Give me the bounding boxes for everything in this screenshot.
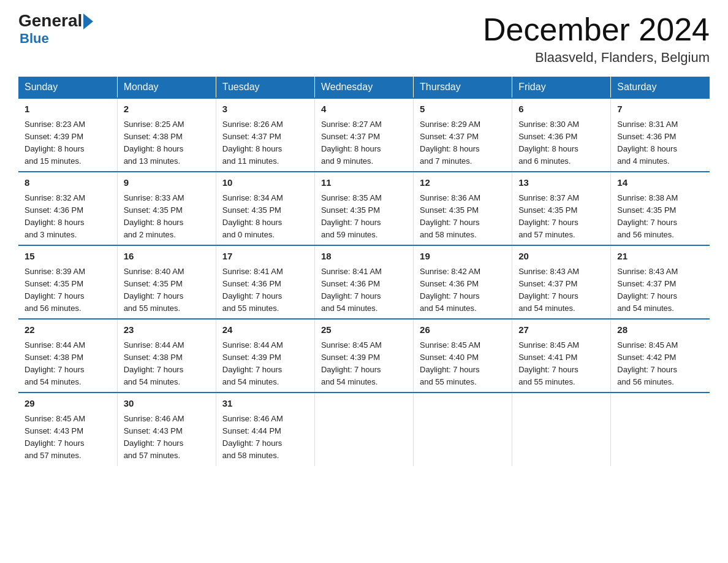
day-info: Sunrise: 8:45 AM Sunset: 4:42 PM Dayligh… [617, 339, 703, 389]
day-number: 16 [124, 250, 210, 264]
day-info: Sunrise: 8:45 AM Sunset: 4:43 PM Dayligh… [25, 413, 111, 462]
day-number: 20 [518, 250, 604, 264]
calendar-week-row: 22Sunrise: 8:44 AM Sunset: 4:38 PM Dayli… [18, 319, 710, 393]
calendar-week-row: 15Sunrise: 8:39 AM Sunset: 4:35 PM Dayli… [18, 245, 710, 319]
calendar-cell [414, 393, 512, 465]
calendar-cell: 14Sunrise: 8:38 AM Sunset: 4:35 PM Dayli… [611, 172, 710, 245]
calendar-cell: 20Sunrise: 8:43 AM Sunset: 4:37 PM Dayli… [512, 245, 611, 319]
calendar-cell: 8Sunrise: 8:32 AM Sunset: 4:36 PM Daylig… [18, 172, 117, 245]
calendar-header: SundayMondayTuesdayWednesdayThursdayFrid… [18, 77, 710, 98]
day-info: Sunrise: 8:27 AM Sunset: 4:37 PM Dayligh… [321, 118, 407, 168]
calendar-cell [611, 393, 710, 465]
calendar-cell: 30Sunrise: 8:46 AM Sunset: 4:43 PM Dayli… [117, 393, 216, 465]
day-number: 19 [420, 250, 506, 264]
day-info: Sunrise: 8:36 AM Sunset: 4:35 PM Dayligh… [420, 192, 506, 242]
day-number: 18 [321, 250, 407, 264]
day-number: 6 [518, 102, 604, 117]
calendar-week-row: 1Sunrise: 8:23 AM Sunset: 4:39 PM Daylig… [18, 98, 710, 172]
day-info: Sunrise: 8:45 AM Sunset: 4:40 PM Dayligh… [420, 339, 506, 389]
day-number: 13 [518, 176, 604, 190]
day-number: 31 [222, 397, 308, 411]
title-block: December 2024 Blaasveld, Flanders, Belgi… [483, 12, 710, 66]
day-info: Sunrise: 8:44 AM Sunset: 4:39 PM Dayligh… [222, 339, 308, 389]
calendar-cell: 16Sunrise: 8:40 AM Sunset: 4:35 PM Dayli… [117, 245, 216, 319]
day-number: 14 [617, 176, 703, 190]
calendar-cell: 1Sunrise: 8:23 AM Sunset: 4:39 PM Daylig… [18, 98, 117, 172]
day-number: 10 [222, 176, 308, 190]
calendar-cell: 31Sunrise: 8:46 AM Sunset: 4:44 PM Dayli… [216, 393, 314, 465]
weekday-header-wednesday: Wednesday [314, 77, 413, 98]
day-info: Sunrise: 8:43 AM Sunset: 4:37 PM Dayligh… [617, 266, 703, 315]
day-number: 3 [222, 102, 308, 117]
calendar-cell: 2Sunrise: 8:25 AM Sunset: 4:38 PM Daylig… [117, 98, 216, 172]
calendar-cell: 9Sunrise: 8:33 AM Sunset: 4:35 PM Daylig… [117, 172, 216, 245]
day-number: 21 [617, 250, 703, 264]
calendar-cell: 25Sunrise: 8:45 AM Sunset: 4:39 PM Dayli… [314, 319, 413, 393]
calendar-table: SundayMondayTuesdayWednesdayThursdayFrid… [18, 77, 710, 465]
day-info: Sunrise: 8:35 AM Sunset: 4:35 PM Dayligh… [321, 192, 407, 242]
calendar-cell [314, 393, 413, 465]
day-number: 22 [25, 323, 111, 337]
logo-arrow-icon [83, 13, 93, 29]
logo: General Blue [18, 12, 93, 47]
calendar-cell: 21Sunrise: 8:43 AM Sunset: 4:37 PM Dayli… [611, 245, 710, 319]
day-info: Sunrise: 8:41 AM Sunset: 4:36 PM Dayligh… [321, 266, 407, 315]
day-number: 5 [420, 102, 506, 117]
calendar-cell: 24Sunrise: 8:44 AM Sunset: 4:39 PM Dayli… [216, 319, 314, 393]
day-info: Sunrise: 8:34 AM Sunset: 4:35 PM Dayligh… [222, 192, 308, 242]
day-info: Sunrise: 8:33 AM Sunset: 4:35 PM Dayligh… [124, 192, 210, 242]
calendar-title: December 2024 [483, 12, 710, 47]
day-info: Sunrise: 8:29 AM Sunset: 4:37 PM Dayligh… [420, 118, 506, 168]
day-info: Sunrise: 8:44 AM Sunset: 4:38 PM Dayligh… [124, 339, 210, 389]
calendar-cell: 13Sunrise: 8:37 AM Sunset: 4:35 PM Dayli… [512, 172, 611, 245]
day-info: Sunrise: 8:42 AM Sunset: 4:36 PM Dayligh… [420, 266, 506, 315]
day-info: Sunrise: 8:30 AM Sunset: 4:36 PM Dayligh… [518, 118, 604, 168]
day-info: Sunrise: 8:25 AM Sunset: 4:38 PM Dayligh… [124, 118, 210, 168]
day-info: Sunrise: 8:46 AM Sunset: 4:43 PM Dayligh… [124, 413, 210, 462]
day-info: Sunrise: 8:26 AM Sunset: 4:37 PM Dayligh… [222, 118, 308, 168]
day-info: Sunrise: 8:39 AM Sunset: 4:35 PM Dayligh… [25, 266, 111, 315]
logo-general-text: General [18, 12, 82, 29]
calendar-cell [512, 393, 611, 465]
calendar-cell: 5Sunrise: 8:29 AM Sunset: 4:37 PM Daylig… [414, 98, 512, 172]
calendar-week-row: 8Sunrise: 8:32 AM Sunset: 4:36 PM Daylig… [18, 172, 710, 245]
day-info: Sunrise: 8:31 AM Sunset: 4:36 PM Dayligh… [617, 118, 703, 168]
calendar-cell: 23Sunrise: 8:44 AM Sunset: 4:38 PM Dayli… [117, 319, 216, 393]
calendar-cell: 17Sunrise: 8:41 AM Sunset: 4:36 PM Dayli… [216, 245, 314, 319]
calendar-cell: 19Sunrise: 8:42 AM Sunset: 4:36 PM Dayli… [414, 245, 512, 319]
weekday-header-sunday: Sunday [18, 77, 117, 98]
day-number: 7 [617, 102, 703, 117]
day-number: 2 [124, 102, 210, 117]
weekday-header-saturday: Saturday [611, 77, 710, 98]
day-number: 30 [124, 397, 210, 411]
calendar-body: 1Sunrise: 8:23 AM Sunset: 4:39 PM Daylig… [18, 98, 710, 465]
calendar-cell: 29Sunrise: 8:45 AM Sunset: 4:43 PM Dayli… [18, 393, 117, 465]
day-info: Sunrise: 8:37 AM Sunset: 4:35 PM Dayligh… [518, 192, 604, 242]
calendar-cell: 6Sunrise: 8:30 AM Sunset: 4:36 PM Daylig… [512, 98, 611, 172]
weekday-header-thursday: Thursday [414, 77, 512, 98]
day-number: 26 [420, 323, 506, 337]
day-number: 11 [321, 176, 407, 190]
day-info: Sunrise: 8:32 AM Sunset: 4:36 PM Dayligh… [25, 192, 111, 242]
day-number: 25 [321, 323, 407, 337]
day-info: Sunrise: 8:45 AM Sunset: 4:39 PM Dayligh… [321, 339, 407, 389]
day-number: 8 [25, 176, 111, 190]
day-number: 4 [321, 102, 407, 117]
day-info: Sunrise: 8:41 AM Sunset: 4:36 PM Dayligh… [222, 266, 308, 315]
weekday-header-monday: Monday [117, 77, 216, 98]
day-number: 17 [222, 250, 308, 264]
day-info: Sunrise: 8:44 AM Sunset: 4:38 PM Dayligh… [25, 339, 111, 389]
weekday-header-friday: Friday [512, 77, 611, 98]
calendar-cell: 26Sunrise: 8:45 AM Sunset: 4:40 PM Dayli… [414, 319, 512, 393]
day-info: Sunrise: 8:46 AM Sunset: 4:44 PM Dayligh… [222, 413, 308, 462]
calendar-week-row: 29Sunrise: 8:45 AM Sunset: 4:43 PM Dayli… [18, 393, 710, 465]
day-number: 23 [124, 323, 210, 337]
page-header: General Blue December 2024 Blaasveld, Fl… [18, 12, 710, 66]
calendar-subtitle: Blaasveld, Flanders, Belgium [483, 50, 710, 66]
calendar-cell: 10Sunrise: 8:34 AM Sunset: 4:35 PM Dayli… [216, 172, 314, 245]
day-info: Sunrise: 8:38 AM Sunset: 4:35 PM Dayligh… [617, 192, 703, 242]
calendar-cell: 27Sunrise: 8:45 AM Sunset: 4:41 PM Dayli… [512, 319, 611, 393]
day-number: 15 [25, 250, 111, 264]
day-number: 28 [617, 323, 703, 337]
calendar-cell: 7Sunrise: 8:31 AM Sunset: 4:36 PM Daylig… [611, 98, 710, 172]
